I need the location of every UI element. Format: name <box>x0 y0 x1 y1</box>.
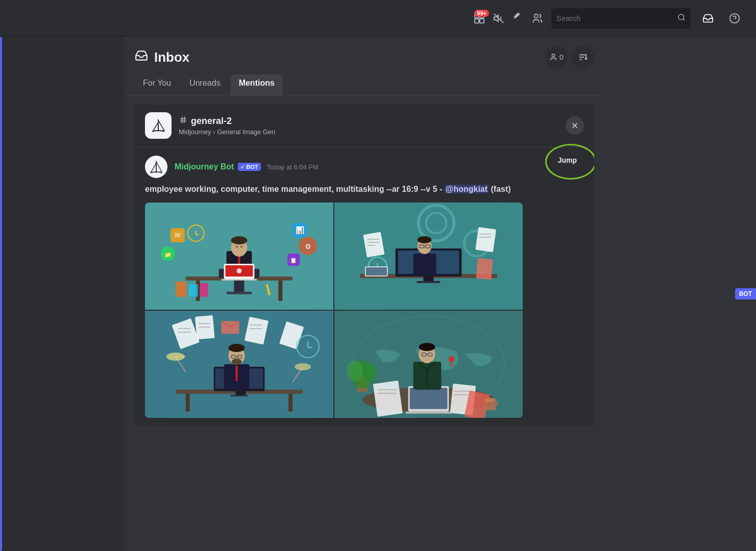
channel-avatar <box>145 112 172 139</box>
svg-rect-53 <box>200 283 208 297</box>
svg-point-120 <box>295 363 311 370</box>
mention-tag[interactable]: @hongkiat <box>445 185 489 193</box>
channel-card: general-2 Midjourney › General Image Gen <box>135 104 594 426</box>
svg-point-38 <box>231 236 248 244</box>
message-time: Today at 6:04 PM <box>267 163 319 171</box>
close-button[interactable] <box>566 116 584 135</box>
friends-icon[interactable] <box>532 13 543 24</box>
image-cell-2[interactable] <box>334 203 523 310</box>
svg-rect-39 <box>236 246 238 247</box>
svg-rect-134 <box>406 412 452 414</box>
svg-rect-65 <box>424 277 434 282</box>
svg-rect-3 <box>480 18 484 22</box>
svg-rect-80 <box>476 258 493 280</box>
svg-point-108 <box>229 344 245 352</box>
svg-point-115 <box>166 353 185 361</box>
inbox-title-text: Inbox <box>154 49 189 65</box>
inbox-icon <box>135 49 148 66</box>
image-cell-4[interactable] <box>334 311 523 418</box>
svg-rect-35 <box>222 279 257 281</box>
svg-point-137 <box>419 343 435 351</box>
search-bar[interactable] <box>551 8 691 29</box>
bot-badge: ✓ BOT <box>238 163 260 171</box>
svg-text:📋: 📋 <box>290 257 297 264</box>
inbox-title-row: Inbox 0 <box>135 46 594 68</box>
channel-breadcrumb: Midjourney › General Image Gen <box>179 128 275 136</box>
inbox-icon[interactable] <box>699 9 717 28</box>
sidebar <box>0 37 125 551</box>
search-icon <box>677 13 686 23</box>
bot-badge-check-icon: ✓ <box>240 164 245 170</box>
inbox-count-text: 0 <box>559 53 564 61</box>
tab-unreads[interactable]: Unreads <box>181 74 228 95</box>
svg-point-10 <box>552 54 554 57</box>
svg-rect-52 <box>189 284 198 297</box>
svg-text:✉: ✉ <box>175 231 181 239</box>
message-suffix: (fast) <box>489 185 511 193</box>
svg-rect-99 <box>186 394 190 412</box>
svg-text:⚙: ⚙ <box>305 242 311 251</box>
svg-point-36 <box>237 268 242 273</box>
right-area: BOT <box>604 37 756 551</box>
svg-rect-77 <box>475 227 496 252</box>
svg-rect-133 <box>410 388 448 409</box>
svg-text:📊: 📊 <box>296 226 305 235</box>
bot-name: Midjourney Bot <box>175 162 234 171</box>
svg-rect-40 <box>240 246 242 247</box>
message-body: employee working, computer, time managem… <box>145 185 445 193</box>
floating-bot-badge: BOT <box>735 288 756 299</box>
svg-rect-106 <box>236 366 238 381</box>
jump-area: Jump <box>551 153 584 167</box>
svg-line-18 <box>182 116 183 123</box>
main-layout: Inbox 0 <box>0 37 756 551</box>
channel-name-area: general-2 Midjourney › General Image Gen <box>179 115 275 136</box>
inbox-content[interactable]: general-2 Midjourney › General Image Gen <box>125 96 604 551</box>
threads-icon[interactable]: 99+ <box>474 13 485 24</box>
svg-point-147 <box>448 356 454 362</box>
svg-rect-104 <box>231 395 248 396</box>
image-grid: ✉ 📊 ⚙ 📁 📋 <box>145 203 523 418</box>
svg-point-69 <box>418 236 432 243</box>
message-header: Midjourney Bot ✓ BOT Today at 6:04 PM Ju… <box>145 156 584 178</box>
svg-rect-100 <box>288 394 292 412</box>
svg-point-143 <box>347 361 363 381</box>
message-avatar <box>145 156 167 178</box>
inbox-title: Inbox <box>135 49 189 66</box>
svg-rect-67 <box>413 254 436 275</box>
svg-rect-30 <box>227 292 252 294</box>
channel-name: general-2 <box>179 115 275 127</box>
channel-hash <box>179 115 188 127</box>
image-cell-1[interactable]: ✉ 📊 ⚙ 📁 📋 <box>145 203 333 310</box>
inbox-count-button[interactable]: 0 <box>545 46 568 68</box>
jump-button[interactable]: Jump <box>551 153 584 167</box>
message-meta: Midjourney Bot ✓ BOT Today at 6:04 PM <box>175 162 584 171</box>
inbox-panel: Inbox 0 <box>125 37 604 551</box>
sidebar-active-indicator <box>0 37 2 551</box>
mute-icon[interactable] <box>493 13 504 24</box>
svg-line-7 <box>683 19 685 20</box>
inbox-tabs: For You Unreads Mentions <box>135 74 594 95</box>
notification-badge: 99+ <box>474 10 489 17</box>
svg-rect-2 <box>475 18 479 22</box>
inbox-sort-button[interactable] <box>572 46 594 68</box>
search-input[interactable] <box>556 14 673 22</box>
channel-info: general-2 Midjourney › General Image Gen <box>145 112 275 139</box>
svg-rect-66 <box>417 281 441 283</box>
inbox-btn-group: 0 <box>545 46 594 68</box>
help-icon[interactable] <box>725 9 744 28</box>
topbar: 99+ <box>0 0 756 37</box>
svg-rect-51 <box>176 282 187 297</box>
svg-rect-103 <box>236 391 246 395</box>
tab-for-you[interactable]: For You <box>135 74 179 95</box>
svg-line-19 <box>184 116 185 123</box>
svg-rect-85 <box>366 267 387 276</box>
svg-text:📁: 📁 <box>164 251 172 258</box>
image-cell-3[interactable] <box>145 311 333 418</box>
pin-icon[interactable] <box>513 13 524 24</box>
svg-point-144 <box>363 363 377 381</box>
inbox-header: Inbox 0 <box>125 37 604 96</box>
svg-point-112 <box>232 359 242 365</box>
bot-badge-label: BOT <box>246 164 258 170</box>
svg-point-146 <box>484 398 496 402</box>
tab-mentions[interactable]: Mentions <box>231 74 283 95</box>
